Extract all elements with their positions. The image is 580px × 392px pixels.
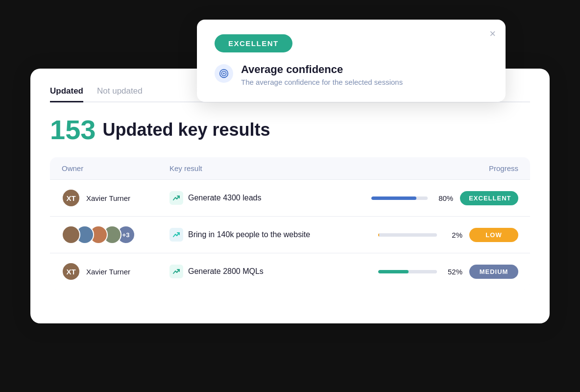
- key-result-label-2: Bring in 140k people to the website: [188, 230, 310, 239]
- avatar-stack-2: +3: [62, 225, 135, 244]
- progress-cell-1: 80% EXCELLENT: [371, 191, 518, 205]
- key-result-cell-3: Generate 2800 MQLs: [169, 265, 371, 278]
- tooltip-body: Average confidence The average confidenc…: [215, 63, 488, 86]
- headline: 153 Updated key results: [50, 116, 530, 144]
- avatar-xavier-1: XT: [62, 189, 80, 207]
- table-row: XT Xavier Turner Generate 2800 MQLs 52% …: [50, 253, 530, 290]
- progress-cell-3: 52% MEDIUM: [371, 265, 518, 279]
- progress-pct-3: 52%: [444, 268, 462, 276]
- progress-pct-1: 80%: [435, 194, 453, 202]
- avatar-1: [62, 225, 80, 244]
- progress-bar-fill-1: [371, 196, 416, 200]
- owner-cell-2: +3: [62, 225, 169, 244]
- table-row: XT Xavier Turner Generate 4300 leads 80%…: [50, 180, 530, 217]
- col-progress: Progress: [371, 164, 518, 172]
- progress-bar-fill-2: [378, 233, 379, 237]
- tooltip-popup: EXCELLENT × Average confidence The avera…: [197, 20, 506, 102]
- key-result-label-1: Generate 4300 leads: [188, 194, 261, 202]
- tooltip-subtitle: The average confidence for the selected …: [241, 78, 403, 86]
- headline-count: 153: [50, 116, 96, 144]
- key-result-cell-2: Bring in 140k people to the website: [169, 228, 371, 242]
- trend-up-icon-1: [169, 191, 183, 205]
- owner-name-3: Xavier Turner: [86, 268, 130, 276]
- status-badge-2: LOW: [469, 228, 518, 242]
- key-result-label-3: Generate 2800 MQLs: [188, 267, 264, 276]
- trend-up-icon-3: [169, 265, 183, 278]
- col-key-result: Key result: [169, 164, 371, 172]
- trend-up-icon-2: [169, 228, 183, 242]
- col-owner: Owner: [62, 164, 169, 172]
- progress-bar-fill-3: [378, 270, 409, 273]
- table-row: +3 Bring in 140k people to the website 2…: [50, 217, 530, 253]
- progress-bar-wrap-2: [378, 233, 437, 237]
- tab-updated[interactable]: Updated: [50, 86, 83, 102]
- progress-bar-wrap-1: [371, 196, 428, 200]
- target-icon: [215, 64, 233, 83]
- progress-cell-2: 2% LOW: [371, 228, 518, 242]
- tooltip-text-group: Average confidence The average confidenc…: [241, 63, 403, 86]
- tooltip-title: Average confidence: [241, 63, 403, 76]
- status-badge-3: MEDIUM: [469, 265, 518, 279]
- results-table: Owner Key result Progress XT Xavier Turn…: [50, 157, 530, 290]
- status-badge-1: EXCELLENT: [460, 191, 518, 205]
- owner-cell-3: XT Xavier Turner: [62, 262, 169, 281]
- close-button[interactable]: ×: [489, 28, 496, 39]
- svg-point-2: [223, 73, 225, 74]
- table-header: Owner Key result Progress: [50, 157, 530, 180]
- key-result-cell-1: Generate 4300 leads: [169, 191, 371, 205]
- progress-bar-wrap-3: [378, 270, 437, 273]
- tab-not-updated[interactable]: Not updated: [97, 86, 143, 102]
- owner-name-1: Xavier Turner: [86, 194, 130, 202]
- progress-pct-2: 2%: [444, 231, 462, 239]
- main-card: EXCELLENT × Average confidence The avera…: [30, 69, 550, 323]
- avatar-xavier-2: XT: [62, 262, 80, 281]
- owner-cell-1: XT Xavier Turner: [62, 189, 169, 207]
- headline-text: Updated key results: [102, 120, 270, 140]
- tooltip-badge: EXCELLENT: [215, 34, 292, 52]
